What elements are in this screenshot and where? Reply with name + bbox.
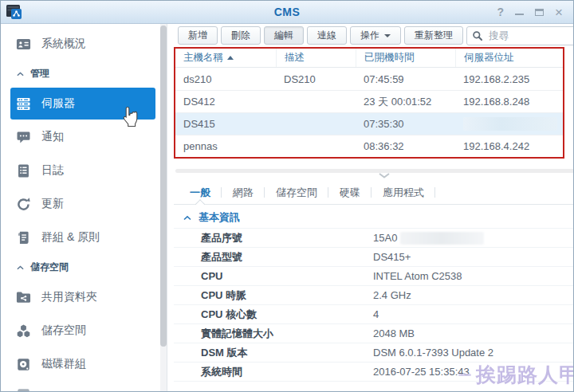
sidebar-section-label: 儲存空間 xyxy=(30,261,69,274)
sidebar-item-label: 伺服器 xyxy=(41,96,75,111)
server-row-DS412[interactable]: DS41223 天 00:01:52192.168.8.248 xyxy=(175,90,563,112)
cell-address: 192.168.2.235 xyxy=(455,73,563,85)
sidebar-item-update[interactable]: 更新 xyxy=(1,187,167,221)
sidebar-list: 系統概況管理伺服器通知日誌更新群組 & 原則儲存空間共用資料夾儲存空間磁碟群組 xyxy=(1,27,167,392)
cell-text: pennas xyxy=(183,140,218,152)
tab-network[interactable]: 網路 xyxy=(222,181,265,204)
tab-applications[interactable]: 應用程式 xyxy=(372,181,435,204)
policy-scroll-icon xyxy=(16,230,31,245)
search-input[interactable] xyxy=(487,29,574,42)
sidebar-scrollbar-track[interactable] xyxy=(160,24,167,392)
cell-address: 192.168.4.242 xyxy=(455,140,563,152)
refresh-update-icon xyxy=(16,197,31,212)
cell-text: ds210 xyxy=(183,73,211,85)
sidebar-section-label: 管理 xyxy=(30,67,49,80)
toolbar-delete-button[interactable]: 刪除 xyxy=(221,26,261,45)
detail-value-text: 4 xyxy=(373,308,379,320)
chevron-down-icon xyxy=(384,34,391,37)
window-controls: ? × xyxy=(497,6,574,19)
column-header-address[interactable]: 伺服器位址 xyxy=(455,49,563,67)
sidebar-item-partial-bottom[interactable] xyxy=(1,381,167,392)
cell-text: DS412 xyxy=(183,96,215,108)
generic-square-icon xyxy=(16,387,31,392)
cell-text: 192.168.2.235 xyxy=(463,73,529,85)
sidebar-item-groups-policies[interactable]: 群組 & 原則 xyxy=(1,221,167,254)
sidebar-item-shared-folders[interactable]: 共用資料夾 xyxy=(1,280,167,314)
help-button[interactable]: ? xyxy=(497,6,505,18)
sidebar-item-label: 系統概況 xyxy=(41,37,86,51)
button-label: 刪除 xyxy=(231,29,250,42)
column-header-description[interactable]: 描述 xyxy=(276,49,356,67)
server-row-pennas[interactable]: pennas08:36:32192.168.4.242 xyxy=(175,135,563,157)
sidebar-item-notifications[interactable]: 通知 xyxy=(1,120,167,154)
redacted-address xyxy=(463,117,557,131)
maximize-button[interactable] xyxy=(535,9,544,16)
storage-cubes-icon xyxy=(16,323,31,339)
cell-hostname: ds210 xyxy=(175,73,276,85)
tab-label: 網路 xyxy=(233,186,254,200)
detail-value: DSM 6.0.1-7393 Update 2 xyxy=(373,347,574,359)
column-header-label: 已開機時間 xyxy=(364,51,415,65)
detail-value: 2016-07-25 15:35:43 xyxy=(373,366,574,378)
detail-value-text: INTEL Atom C2538 xyxy=(373,270,462,282)
details-panel: 基本資訊 產品序號15A0產品型號DS415+CPUINTEL Atom C25… xyxy=(174,205,574,389)
sidebar-item-logs[interactable]: 日誌 xyxy=(1,154,167,187)
toolbar-edit-button[interactable]: 編輯 xyxy=(264,26,304,45)
detail-row-cpu-clock: CPU 時脈2.4 GHz xyxy=(174,286,574,305)
detail-label: 產品序號 xyxy=(174,231,373,245)
toolbar-connect-button[interactable]: 連線 xyxy=(307,26,347,45)
sidebar-section-management[interactable]: 管理 xyxy=(1,61,167,87)
column-header-hostname[interactable]: 主機名稱 xyxy=(175,49,276,67)
tab-storage[interactable]: 儲存空間 xyxy=(265,181,328,204)
cell-text: DS210 xyxy=(284,73,316,85)
tab-label: 儲存空間 xyxy=(276,186,317,200)
toolbar-refresh-button[interactable]: 重新整理 xyxy=(404,26,463,45)
chevron-down-icon xyxy=(378,173,391,178)
sidebar-item-label: 共用資料夾 xyxy=(41,290,97,304)
cell-text: 192.168.4.242 xyxy=(463,140,529,152)
sidebar-item-label: 儲存空間 xyxy=(41,323,86,338)
sidebar-item-storage[interactable]: 儲存空間 xyxy=(1,314,167,347)
detail-label: 產品型號 xyxy=(174,250,373,265)
server-row-ds210[interactable]: ds210DS21007:45:59192.168.2.235 xyxy=(175,68,563,90)
close-button[interactable]: × xyxy=(555,6,563,19)
sidebar: 系統概況管理伺服器通知日誌更新群組 & 原則儲存空間共用資料夾儲存空間磁碟群組 xyxy=(1,24,167,392)
cell-text: 07:45:59 xyxy=(364,73,404,85)
detail-value: 4 xyxy=(373,308,574,320)
tab-general[interactable]: 一般 xyxy=(179,181,222,204)
detail-row-cpu-cores: CPU 核心數4 xyxy=(174,305,574,324)
sidebar-item-disk-groups[interactable]: 磁碟群組 xyxy=(1,347,167,381)
detail-value: 2048 MB xyxy=(373,327,574,339)
server-icon xyxy=(16,96,31,112)
redacted-serial xyxy=(400,232,484,245)
toolbar-action-button[interactable]: 操作 xyxy=(350,26,401,45)
button-label: 編輯 xyxy=(274,29,293,42)
column-header-label: 描述 xyxy=(285,51,305,65)
detail-value: DS415+ xyxy=(373,251,574,263)
sidebar-item-label: 更新 xyxy=(41,197,64,211)
column-header-uptime[interactable]: 已開機時間 xyxy=(356,49,455,67)
search-box[interactable] xyxy=(466,26,574,45)
sidebar-section-storage[interactable]: 儲存空間 xyxy=(1,254,167,280)
detail-value-text: 2048 MB xyxy=(373,327,415,339)
log-list-icon xyxy=(16,163,31,178)
shared-folder-icon xyxy=(16,290,31,305)
button-label: 新增 xyxy=(188,29,207,42)
tab-hdd[interactable]: 硬碟 xyxy=(328,181,372,204)
minimize-button[interactable] xyxy=(515,14,524,15)
toolbar-add-button[interactable]: 新增 xyxy=(178,26,218,45)
detail-value-text: 15A0 xyxy=(373,232,397,244)
detail-value: 2.4 GHz xyxy=(373,289,574,301)
tab-label: 一般 xyxy=(190,186,210,200)
column-header-label: 伺服器位址 xyxy=(464,51,514,65)
cell-description: DS210 xyxy=(276,73,356,85)
sidebar-scrollbar-thumb[interactable] xyxy=(160,25,167,347)
basic-info-section-header[interactable]: 基本資訊 xyxy=(174,207,574,229)
sort-ascending-icon xyxy=(227,56,234,60)
server-row-DS415[interactable]: DS41507:35:30 xyxy=(175,112,563,135)
cell-address xyxy=(455,117,563,131)
splitter-handle[interactable] xyxy=(372,173,396,179)
sidebar-item-overview[interactable]: 系統概況 xyxy=(1,27,167,61)
sidebar-item-server[interactable]: 伺服器 xyxy=(10,88,155,120)
cell-text: 192.168.8.248 xyxy=(463,96,529,108)
